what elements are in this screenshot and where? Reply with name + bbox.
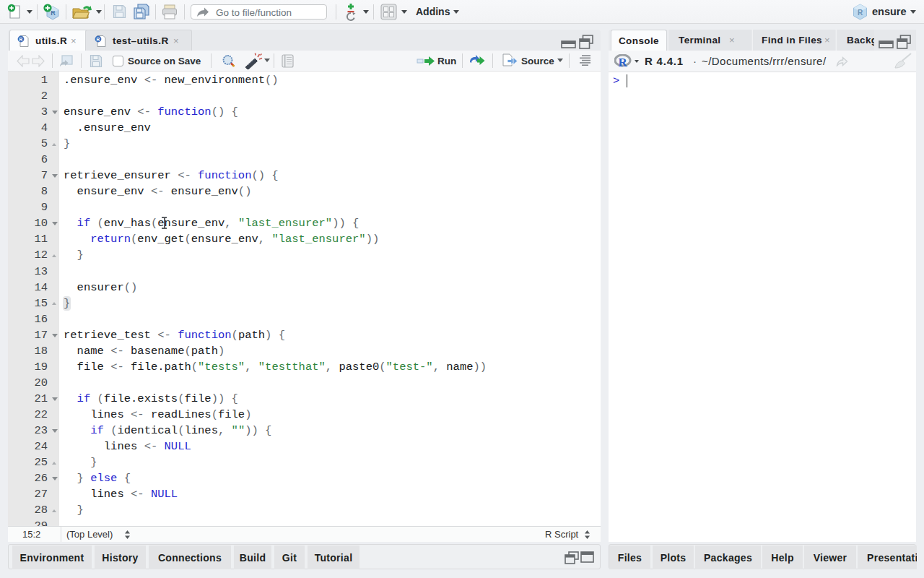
svg-text:R: R (619, 56, 628, 69)
svg-text:R: R (19, 37, 22, 42)
svg-text:R: R (51, 9, 56, 17)
svg-text:R: R (858, 9, 863, 17)
svg-text:R: R (96, 37, 100, 42)
